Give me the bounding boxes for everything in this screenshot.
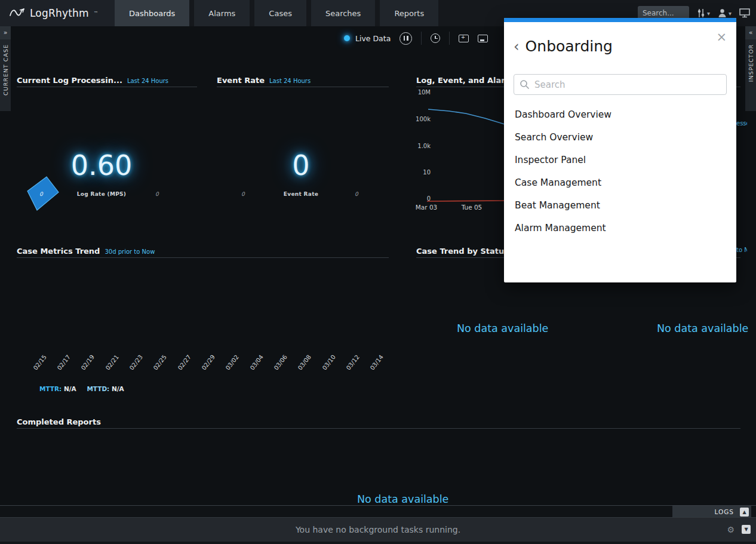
toolbar-divider: [449, 32, 450, 45]
case-metrics-panel-title: Case Metrics Trend30d prior to Now: [17, 245, 155, 256]
event-rate-panel-title: Event RateLast 24 Hours: [217, 74, 311, 85]
tab-dashboards[interactable]: Dashboards: [115, 0, 189, 26]
filter-settings-icon[interactable]: ▾: [697, 8, 710, 18]
close-icon[interactable]: ×: [716, 31, 727, 44]
alarm-rate-line: [427, 201, 505, 201]
onboarding-panel: ‹ Onboarding × Dashboard Overview Search…: [504, 18, 736, 282]
collapse-statusbar-icon[interactable]: ▼: [742, 525, 751, 534]
person-icon: [718, 8, 727, 18]
event-gauge-max-label: 0: [355, 191, 358, 197]
dashboard-toolbar: Live Data: [344, 26, 488, 50]
live-data-indicator[interactable]: Live Data: [344, 34, 391, 43]
date-tick: 03/10: [317, 354, 337, 376]
date-tick: 03/08: [293, 354, 312, 376]
log-event-alarm-panel-title: Log, Event, and Alarm: [416, 74, 513, 85]
date-tick: 02/29: [196, 354, 216, 376]
legend-fragment: esse: [736, 120, 747, 127]
mttr-mttd-line: MTTR: N/A MTTD: N/A: [39, 385, 124, 392]
logs-label: LOGS: [714, 508, 734, 515]
date-tick: 02/27: [173, 354, 192, 376]
logrhythm-logo[interactable]: LogRhythm ™: [0, 0, 115, 26]
inspector-label: INSPECTOR: [748, 44, 754, 82]
event-rate-label: Event Rate: [215, 191, 387, 197]
expand-logs-icon[interactable]: ▲: [740, 508, 749, 517]
inspector-tab[interactable]: « INSPECTOR: [745, 26, 756, 111]
brand-trademark: ™: [94, 11, 99, 16]
expand-left-icon[interactable]: «: [745, 26, 756, 39]
current-case-tab[interactable]: » CURRENT CASE: [0, 26, 11, 111]
mttd-label: MTTD:: [87, 385, 109, 392]
case-trend-panel-title: Case Trend by Status: [416, 245, 509, 256]
onboarding-item-beat-management[interactable]: Beat Management: [504, 194, 736, 217]
caret-down-icon: ▾: [707, 10, 710, 17]
logs-bar: LOGS ▲: [0, 505, 756, 517]
event-rate-range: Last 24 Hours: [269, 78, 311, 84]
add-widget-button[interactable]: [459, 35, 469, 42]
tab-searches[interactable]: Searches: [311, 0, 375, 26]
date-tick: 02/21: [100, 354, 120, 376]
onboarding-item-alarm-management[interactable]: Alarm Management: [504, 217, 736, 239]
event-rate-value: 0: [215, 149, 387, 182]
pause-button[interactable]: [399, 32, 412, 45]
export-dashboard-button[interactable]: [478, 35, 488, 42]
pause-icon: [399, 32, 412, 45]
tab-alarms[interactable]: Alarms: [194, 0, 250, 26]
log-processing-range: Last 24 Hours: [127, 78, 168, 84]
log-processing-panel-title: Current Log Processin...Last 24 Hours: [17, 74, 168, 85]
tab-reports[interactable]: Reports: [380, 0, 438, 26]
date-tick: 02/23: [124, 354, 144, 376]
date-tick: 02/25: [148, 354, 168, 376]
tab-cases[interactable]: Cases: [254, 0, 306, 26]
time-range-button[interactable]: [431, 33, 440, 43]
app-root: LogRhythm ™ Dashboards Alarms Cases Sear…: [0, 0, 756, 544]
onboarding-list: Dashboard Overview Search Overview Inspe…: [504, 103, 736, 239]
status-text: You have no background tasks running.: [296, 525, 460, 534]
search-icon: [520, 79, 530, 90]
date-tick: 03/06: [269, 354, 288, 376]
date-tick: 02/17: [52, 354, 72, 376]
onboarding-title: Onboarding: [525, 38, 613, 55]
case-trend-no-data: No data available: [457, 322, 548, 334]
onboarding-item-dashboard-overview[interactable]: Dashboard Overview: [504, 103, 736, 126]
window-plus-icon: [459, 35, 469, 42]
log-rate-line: [428, 109, 505, 124]
toolbar-divider: [421, 32, 422, 45]
logs-tab[interactable]: LOGS ▲: [672, 506, 751, 518]
log-rate-label: Log Rate (MPS): [12, 191, 191, 197]
caret-down-icon: ▾: [729, 10, 732, 17]
right-panel-no-data: No data available: [657, 322, 748, 334]
onboarding-header: ‹ Onboarding ×: [504, 22, 736, 59]
log-rate-value: 0.60: [12, 149, 191, 182]
back-icon[interactable]: ‹: [514, 39, 520, 54]
brand-name: LogRhythm: [30, 7, 89, 19]
background-tasks-statusbar: You have no background tasks running. ⚙ …: [0, 517, 756, 542]
x-tick: Mar 03: [413, 204, 440, 211]
onboarding-search-input[interactable]: [514, 74, 727, 95]
live-data-dot-icon: [344, 35, 350, 41]
separator: [217, 87, 389, 87]
date-tick: 03/02: [220, 354, 240, 376]
onboarding-search: [514, 74, 727, 95]
gauge-max-label: 0: [155, 191, 159, 197]
monitor-icon: [739, 8, 750, 18]
onboarding-item-inspector-panel[interactable]: Inspector Panel: [504, 149, 736, 171]
separator: [17, 428, 740, 429]
separator: [17, 257, 389, 258]
x-tick: Tue 05: [458, 204, 485, 211]
sliders-icon: [697, 8, 705, 18]
onboarding-item-case-management[interactable]: Case Management: [504, 171, 736, 194]
date-tick: 03/12: [341, 354, 361, 376]
expand-right-icon[interactable]: »: [0, 26, 11, 39]
current-case-label: CURRENT CASE: [2, 44, 9, 96]
user-menu-icon[interactable]: ▾: [718, 8, 732, 18]
onboarding-item-search-overview[interactable]: Search Overview: [504, 126, 736, 149]
settings-gear-icon[interactable]: ⚙: [727, 525, 735, 534]
live-data-label: Live Data: [355, 34, 391, 43]
window-export-icon: [478, 35, 488, 42]
clock-icon: [431, 33, 440, 43]
date-tick: 03/14: [365, 354, 385, 376]
display-options-icon[interactable]: [739, 8, 750, 18]
completed-reports-no-data: No data available: [357, 493, 448, 505]
main-nav-tabs: Dashboards Alarms Cases Searches Reports: [115, 0, 443, 26]
bottom-strip: [0, 542, 756, 544]
